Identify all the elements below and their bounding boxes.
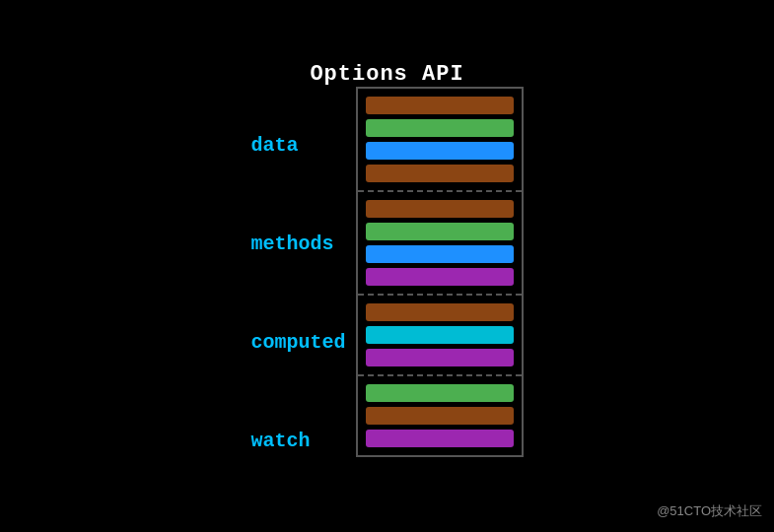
bar-data-2 <box>366 119 514 137</box>
bar-watch-1 <box>366 384 514 402</box>
diagram-body: data methods computed watch <box>250 87 523 491</box>
options-api-title: Options API <box>310 62 463 87</box>
bar-computed-3 <box>366 349 514 366</box>
bars-container <box>356 87 524 457</box>
section-methods <box>358 192 522 296</box>
diagram-wrapper: Options API data methods computed watch <box>250 62 523 491</box>
label-watch: watch <box>250 430 310 452</box>
section-watch <box>358 376 522 455</box>
bar-data-4 <box>366 165 514 182</box>
bar-methods-4 <box>366 268 514 286</box>
bar-methods-2 <box>366 223 514 240</box>
bar-computed-1 <box>366 303 514 321</box>
section-computed <box>358 296 522 376</box>
label-group-data: data <box>250 97 345 195</box>
label-group-watch: watch <box>250 392 345 491</box>
watermark: @51CTO技术社区 <box>657 502 762 520</box>
bar-data-3 <box>366 142 514 160</box>
bar-watch-2 <box>366 407 514 425</box>
bar-data-1 <box>366 97 514 114</box>
bar-watch-3 <box>366 430 514 447</box>
label-data: data <box>250 134 298 157</box>
label-methods: methods <box>250 233 333 255</box>
bar-methods-3 <box>366 245 514 263</box>
labels-column: data methods computed watch <box>250 87 345 491</box>
label-computed: computed <box>250 331 345 354</box>
bar-methods-1 <box>366 200 514 218</box>
section-data <box>358 89 522 192</box>
bar-computed-2 <box>366 326 514 344</box>
main-container: Options API data methods computed watch <box>0 0 774 532</box>
label-group-methods: methods <box>250 195 345 294</box>
label-group-computed: computed <box>250 294 345 392</box>
